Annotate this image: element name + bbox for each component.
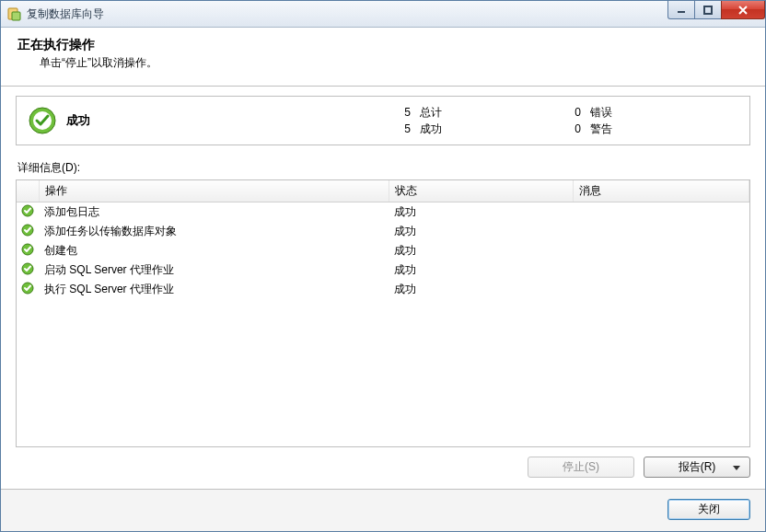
success-icon (28, 106, 57, 135)
titlebar: 复制数据库向导 (1, 1, 765, 28)
action-buttons: 停止(S) 报告(R) (16, 457, 750, 489)
close-dialog-button[interactable]: 关闭 (667, 499, 750, 520)
maximize-button[interactable] (694, 1, 722, 19)
warning-count: 0 (568, 121, 581, 137)
table-row[interactable]: 添加包日志成功 (17, 202, 749, 223)
row-status: 成功 (389, 241, 573, 260)
minimize-button[interactable] (667, 1, 695, 19)
error-label: 错误 (590, 104, 612, 121)
row-status-icon (17, 280, 39, 299)
row-message (573, 280, 749, 299)
page-subtitle: 单击“停止”以取消操作。 (40, 55, 749, 71)
report-button[interactable]: 报告(R) (644, 457, 750, 478)
warning-label: 警告 (590, 121, 612, 137)
col-message[interactable]: 消息 (573, 180, 749, 202)
stop-button: 停止(S) (528, 457, 634, 478)
col-operation[interactable]: 操作 (39, 180, 389, 202)
details-grid[interactable]: 操作 状态 消息 添加包日志成功添加任务以传输数据库对象成功创建包成功启动 SQ… (16, 179, 750, 447)
row-message (573, 260, 749, 280)
table-row[interactable]: 启动 SQL Server 代理作业成功 (17, 260, 749, 280)
close-button-label: 关闭 (698, 502, 720, 517)
error-count: 0 (568, 104, 581, 121)
col-status[interactable]: 状态 (389, 180, 573, 202)
app-icon (6, 6, 21, 21)
row-message (573, 202, 749, 223)
table-row[interactable]: 执行 SQL Server 代理作业成功 (17, 280, 749, 299)
table-row[interactable]: 创建包成功 (17, 241, 749, 260)
row-status-icon (17, 202, 39, 223)
svg-rect-1 (12, 12, 20, 20)
dropdown-icon (733, 461, 740, 474)
wizard-header: 正在执行操作 单击“停止”以取消操作。 (1, 28, 765, 87)
stop-button-label: 停止(S) (563, 459, 599, 475)
table-row[interactable]: 添加任务以传输数据库对象成功 (17, 222, 749, 241)
close-button[interactable] (721, 1, 765, 19)
success-count: 5 (398, 121, 411, 137)
svg-rect-2 (678, 11, 685, 13)
row-status-icon (17, 260, 39, 280)
row-operation: 添加包日志 (39, 202, 389, 223)
row-status: 成功 (389, 222, 573, 241)
row-operation: 创建包 (39, 241, 389, 260)
summary-status: 成功 (66, 112, 398, 129)
footer: 关闭 (1, 489, 765, 531)
summary-panel: 成功 5总计 5成功 0错误 0警告 (16, 96, 750, 145)
window-buttons (668, 1, 765, 19)
row-operation: 执行 SQL Server 代理作业 (39, 280, 389, 299)
window: 复制数据库向导 正在执行操作 单击“停止”以取消操作。 (0, 0, 766, 532)
row-status: 成功 (389, 260, 573, 280)
row-status: 成功 (389, 202, 573, 223)
row-message (573, 241, 749, 260)
details-label: 详细信息(D): (17, 160, 750, 176)
row-status: 成功 (389, 280, 573, 299)
details-table: 操作 状态 消息 添加包日志成功添加任务以传输数据库对象成功创建包成功启动 SQ… (17, 180, 749, 299)
row-operation: 添加任务以传输数据库对象 (39, 222, 389, 241)
report-button-label: 报告(R) (679, 459, 716, 475)
success-label: 成功 (420, 121, 442, 137)
row-message (573, 222, 749, 241)
total-count: 5 (398, 104, 411, 121)
svg-rect-3 (704, 6, 712, 14)
row-status-icon (17, 222, 39, 241)
row-status-icon (17, 241, 39, 260)
content: 成功 5总计 5成功 0错误 0警告 详细信息(D): 操作 (1, 87, 765, 489)
row-operation: 启动 SQL Server 代理作业 (39, 260, 389, 280)
window-title: 复制数据库向导 (27, 6, 104, 22)
summary-counts: 5总计 5成功 0错误 0警告 (398, 104, 738, 137)
page-title: 正在执行操作 (17, 37, 749, 53)
total-label: 总计 (420, 104, 442, 121)
